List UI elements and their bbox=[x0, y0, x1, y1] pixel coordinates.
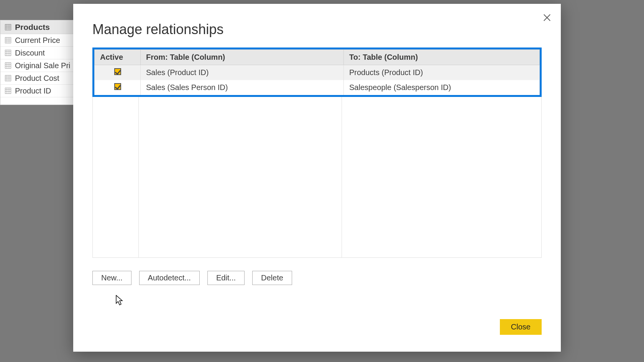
close-icon[interactable] bbox=[542, 12, 552, 23]
table-icon bbox=[5, 88, 11, 94]
table-icon bbox=[5, 24, 11, 30]
svg-rect-10 bbox=[5, 50, 11, 56]
fields-list: Current Price Discount Original Sale Pri… bbox=[0, 34, 74, 97]
svg-rect-15 bbox=[5, 63, 11, 69]
col-header-to[interactable]: To: Table (Column) bbox=[344, 50, 540, 65]
table-header-row: Active From: Table (Column) To: Table (C… bbox=[95, 50, 540, 65]
svg-rect-20 bbox=[5, 75, 11, 81]
checkbox-checked-icon[interactable] bbox=[114, 83, 121, 90]
checkbox-checked-icon[interactable] bbox=[114, 68, 121, 75]
from-cell: Sales (Product ID) bbox=[141, 65, 344, 80]
active-cell[interactable] bbox=[95, 80, 141, 95]
svg-rect-0 bbox=[5, 24, 11, 30]
to-cell: Salespeople (Salesperson ID) bbox=[344, 80, 540, 95]
dialog-action-row: New... Autodetect... Edit... Delete bbox=[92, 271, 542, 285]
field-label: Current Price bbox=[15, 36, 60, 45]
relationships-table-body-empty bbox=[92, 97, 542, 258]
close-button[interactable]: Close bbox=[500, 319, 542, 335]
field-item[interactable]: Product ID bbox=[0, 85, 74, 97]
table-icon bbox=[5, 50, 11, 56]
table-icon bbox=[5, 75, 11, 81]
field-item[interactable]: Product Cost bbox=[0, 72, 74, 85]
table-icon bbox=[5, 62, 11, 69]
relationships-table-highlight: Active From: Table (Column) To: Table (C… bbox=[92, 48, 542, 97]
field-label: Product ID bbox=[15, 87, 51, 95]
table-icon bbox=[5, 37, 11, 43]
svg-rect-25 bbox=[5, 88, 11, 94]
field-label: Original Sale Pri bbox=[15, 61, 71, 70]
field-label: Product Cost bbox=[15, 74, 59, 83]
manage-relationships-dialog: Manage relationships Active From: Table … bbox=[73, 4, 561, 352]
autodetect-button[interactable]: Autodetect... bbox=[139, 271, 200, 285]
col-header-from[interactable]: From: Table (Column) bbox=[141, 50, 344, 65]
field-item[interactable]: Original Sale Pri bbox=[0, 59, 74, 72]
delete-button[interactable]: Delete bbox=[252, 271, 292, 285]
relationship-row[interactable]: Sales (Sales Person ID) Salespeople (Sal… bbox=[95, 80, 540, 95]
relationships-table: Active From: Table (Column) To: Table (C… bbox=[94, 49, 540, 95]
fields-panel-header[interactable]: Products bbox=[0, 20, 74, 34]
col-header-active[interactable]: Active bbox=[95, 50, 141, 65]
dialog-title: Manage relationships bbox=[92, 21, 542, 38]
dialog-footer: Close bbox=[500, 319, 542, 335]
from-cell: Sales (Sales Person ID) bbox=[141, 80, 344, 95]
field-label: Discount bbox=[15, 49, 45, 57]
fields-panel: Products Current Price Discount Original… bbox=[0, 20, 75, 105]
new-button[interactable]: New... bbox=[92, 271, 131, 285]
active-cell[interactable] bbox=[95, 65, 141, 80]
to-cell: Products (Product ID) bbox=[344, 65, 540, 80]
field-item[interactable]: Current Price bbox=[0, 34, 74, 47]
svg-rect-5 bbox=[5, 38, 11, 43]
fields-panel-title: Products bbox=[15, 23, 50, 32]
field-item[interactable]: Discount bbox=[0, 47, 74, 59]
relationship-row[interactable]: Sales (Product ID) Products (Product ID) bbox=[95, 65, 540, 80]
edit-button[interactable]: Edit... bbox=[207, 271, 245, 285]
